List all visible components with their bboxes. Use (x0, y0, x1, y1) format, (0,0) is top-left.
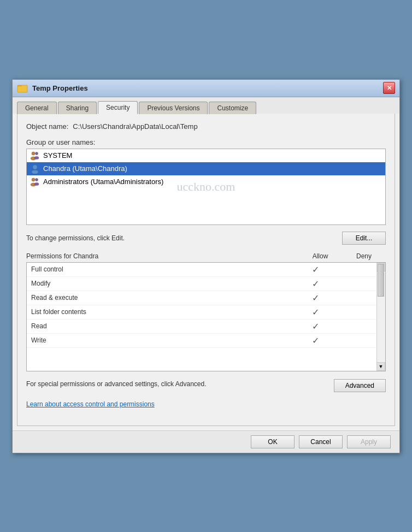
perm-name-read: Read (31, 322, 293, 330)
object-name-label: Object name: (26, 122, 68, 131)
advanced-button[interactable]: Advanced (334, 379, 386, 392)
perm-name-full-control: Full control (31, 265, 293, 273)
title-bar-left: Temp Properties (17, 82, 88, 93)
tab-security[interactable]: Security (98, 101, 138, 114)
bottom-buttons: OK Cancel Apply (13, 430, 399, 453)
window-title: Temp Properties (32, 84, 88, 92)
svg-point-5 (33, 165, 37, 169)
permissions-header: Permissions for Chandra Allow Deny (26, 252, 386, 260)
tab-previous-versions[interactable]: Previous Versions (139, 102, 208, 114)
svg-point-3 (36, 152, 38, 155)
perm-name-modify: Modify (31, 280, 293, 287)
svg-point-7 (32, 178, 35, 181)
group-label: Group or user names: (26, 138, 386, 146)
tab-customize[interactable]: Customize (209, 102, 256, 114)
user-list-wrapper: SYSTEM Chandra (Utama\Chandra) (26, 149, 386, 225)
users-icon-admins (30, 177, 40, 187)
security-panel: Object name: C:\Users\Chandra\AppData\Lo… (17, 114, 395, 426)
perm-allow-read-execute: ✓ (293, 293, 337, 303)
users-icon-system (30, 151, 40, 161)
perm-row-write: Write ✓ (27, 334, 385, 348)
perm-allow-read: ✓ (293, 321, 337, 332)
permissions-deny-header: Deny (342, 252, 386, 260)
close-button[interactable]: ✕ (383, 82, 395, 94)
user-item-chandra[interactable]: Chandra (Utama\Chandra) (27, 162, 385, 175)
scrollbar-track[interactable]: ▲ ▼ (376, 263, 385, 371)
svg-point-6 (32, 170, 38, 174)
svg-point-10 (34, 182, 39, 185)
perm-name-write: Write (31, 336, 293, 344)
edit-permissions-text: To change permissions, click Edit. (26, 234, 125, 242)
advanced-row: For special permissions or advanced sett… (26, 379, 386, 392)
user-item-administrators[interactable]: Administrators (Utama\Administrators) (27, 175, 385, 188)
perm-row-full-control: Full control ✓ (27, 263, 385, 277)
folder-icon (17, 82, 28, 93)
scrollbar-thumb[interactable] (378, 264, 384, 297)
object-name-value: C:\Users\Chandra\AppData\Local\Temp (73, 122, 197, 131)
svg-point-9 (36, 178, 38, 181)
perm-name-list-folder: List folder contents (31, 308, 293, 316)
main-window: Temp Properties ✕ General Sharing Securi… (12, 79, 400, 453)
permissions-table: Full control ✓ Modify ✓ Read & execute ✓… (26, 262, 386, 371)
user-name-administrators: Administrators (Utama\Administrators) (43, 178, 163, 186)
svg-point-4 (34, 156, 39, 159)
ok-button[interactable]: OK (251, 435, 295, 448)
user-name-system: SYSTEM (43, 151, 72, 159)
permissions-for-label: Permissions for Chandra (26, 252, 298, 260)
users-icon-chandra (30, 164, 40, 174)
perm-allow-full-control: ✓ (293, 264, 337, 275)
edit-button[interactable]: Edit... (342, 232, 386, 245)
title-bar: Temp Properties ✕ (13, 80, 399, 97)
tab-bar: General Sharing Security Previous Versio… (13, 97, 399, 114)
user-list[interactable]: SYSTEM Chandra (Utama\Chandra) (26, 149, 386, 225)
learn-link[interactable]: Learn about access control and permissio… (26, 400, 155, 408)
edit-row: To change permissions, click Edit. Edit.… (26, 232, 386, 245)
perm-allow-list-folder: ✓ (293, 307, 337, 317)
apply-button[interactable]: Apply (347, 435, 391, 448)
tab-sharing[interactable]: Sharing (58, 102, 97, 114)
scroll-down-button[interactable]: ▼ (376, 362, 385, 371)
svg-point-1 (32, 152, 35, 155)
user-name-chandra: Chandra (Utama\Chandra) (43, 164, 127, 173)
perm-row-modify: Modify ✓ (27, 277, 385, 291)
advanced-text: For special permissions or advanced sett… (26, 379, 207, 389)
perm-name-read-execute: Read & execute (31, 294, 293, 302)
perm-row-read: Read ✓ (27, 320, 385, 334)
cancel-button[interactable]: Cancel (299, 435, 343, 448)
perm-allow-write: ✓ (293, 335, 337, 346)
permissions-allow-header: Allow (298, 252, 342, 260)
perm-row-read-execute: Read & execute ✓ (27, 291, 385, 305)
object-name-row: Object name: C:\Users\Chandra\AppData\Lo… (26, 122, 386, 131)
perm-row-list-folder: List folder contents ✓ (27, 305, 385, 320)
perm-allow-modify: ✓ (293, 279, 337, 289)
user-item-system[interactable]: SYSTEM (27, 149, 385, 162)
tab-general[interactable]: General (17, 102, 57, 114)
